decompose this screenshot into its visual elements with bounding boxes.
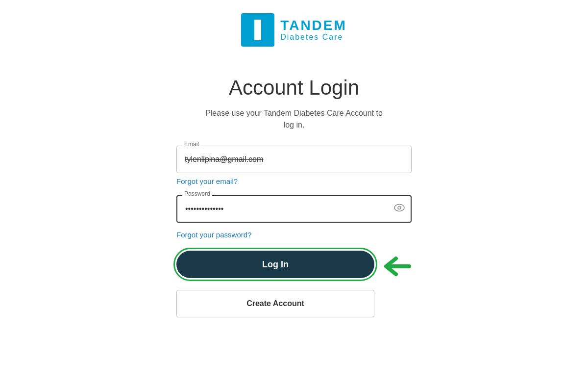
- password-label: Password: [182, 190, 212, 197]
- forgot-password-link[interactable]: Forgot your password?: [176, 231, 412, 239]
- logo-t-shape: [247, 20, 268, 40]
- logo-container: TANDEM Diabetes Care: [241, 13, 347, 47]
- show-password-icon[interactable]: [394, 204, 405, 214]
- buttons-row: Log In Create Account: [176, 251, 412, 317]
- svg-point-1: [398, 206, 401, 209]
- logo-brand-name: TANDEM: [280, 18, 347, 33]
- logo-brand-subtitle: Diabetes Care: [280, 33, 347, 42]
- arrow-indicator: [382, 255, 412, 280]
- main-content: Account Login Please use your Tandem Dia…: [0, 76, 588, 317]
- email-input[interactable]: [176, 146, 412, 173]
- svg-point-0: [394, 205, 404, 211]
- login-form: Email Forgot your email? Password Forgot…: [176, 146, 412, 317]
- password-input-group: Password: [176, 195, 412, 223]
- logo-t-stem: [254, 26, 261, 40]
- page-title: Account Login: [229, 76, 359, 100]
- logo-t-gap-right: [261, 20, 268, 26]
- create-account-button[interactable]: Create Account: [176, 290, 374, 317]
- email-input-group: Email: [176, 146, 412, 173]
- page-subtitle: Please use your Tandem Diabetes Care Acc…: [205, 107, 383, 131]
- email-label: Email: [182, 141, 201, 148]
- password-wrapper: [176, 195, 412, 223]
- logo-t-gap-left: [247, 20, 254, 26]
- password-input[interactable]: [176, 195, 412, 223]
- logo-text: TANDEM Diabetes Care: [280, 18, 347, 42]
- forgot-email-link[interactable]: Forgot your email?: [176, 177, 412, 185]
- subtitle-line2: log in.: [284, 121, 305, 129]
- subtitle-line1: Please use your Tandem Diabetes Care Acc…: [205, 109, 383, 117]
- login-button[interactable]: Log In: [176, 251, 374, 278]
- logo-icon: [241, 13, 274, 47]
